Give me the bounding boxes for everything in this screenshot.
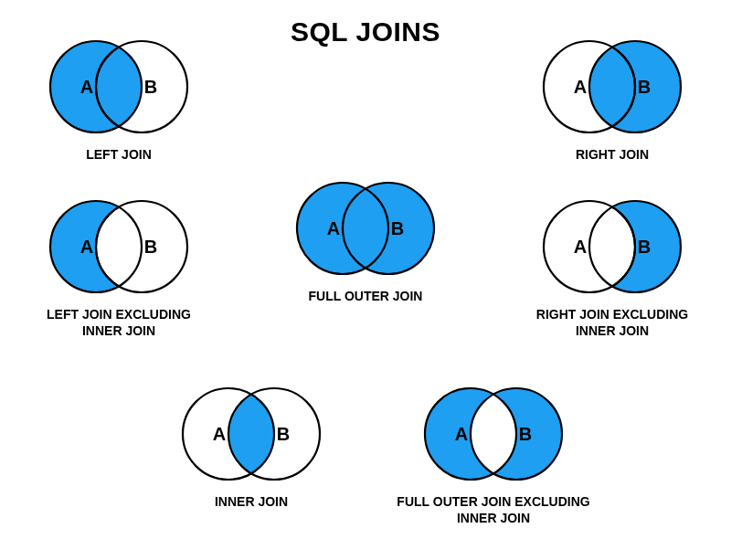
label-a: A xyxy=(80,77,93,97)
caption-right-join: RIGHT JOIN xyxy=(512,147,713,164)
diagram-full-excl-join: A B FULL OUTER JOIN EXCLUDING INNER JOIN xyxy=(393,379,594,526)
diagram-inner-join: A B INNER JOIN xyxy=(151,379,352,511)
caption-full-outer-join: FULL OUTER JOIN xyxy=(265,289,466,305)
label-a: A xyxy=(455,424,468,444)
caption-left-excl-join: LEFT JOIN EXCLUDING INNER JOIN xyxy=(18,307,219,339)
label-b: B xyxy=(144,237,157,257)
diagram-left-excl-join: A B LEFT JOIN EXCLUDING INNER JOIN xyxy=(18,192,219,339)
caption-right-excl-join: RIGHT JOIN EXCLUDING INNER JOIN xyxy=(512,307,713,339)
label-b: B xyxy=(144,77,157,97)
label-a: A xyxy=(574,77,587,97)
label-b: B xyxy=(638,237,651,257)
diagram-right-join: A B RIGHT JOIN xyxy=(512,32,713,164)
caption-full-excl-join: FULL OUTER JOIN EXCLUDING INNER JOIN xyxy=(393,494,594,526)
caption-left-join: LEFT JOIN xyxy=(18,147,219,164)
label-a: A xyxy=(327,218,340,238)
diagram-left-join: A B LEFT JOIN xyxy=(18,32,219,164)
caption-inner-join: INNER JOIN xyxy=(151,494,352,511)
diagram-full-outer-join: A B FULL OUTER JOIN xyxy=(265,174,466,305)
label-b: B xyxy=(638,77,651,97)
label-b: B xyxy=(519,424,532,444)
label-a: A xyxy=(80,237,93,257)
label-b: B xyxy=(391,218,404,238)
label-b: B xyxy=(277,424,290,444)
label-a: A xyxy=(213,424,226,444)
label-a: A xyxy=(574,237,587,257)
diagram-right-excl-join: A B RIGHT JOIN EXCLUDING INNER JOIN xyxy=(512,192,713,339)
